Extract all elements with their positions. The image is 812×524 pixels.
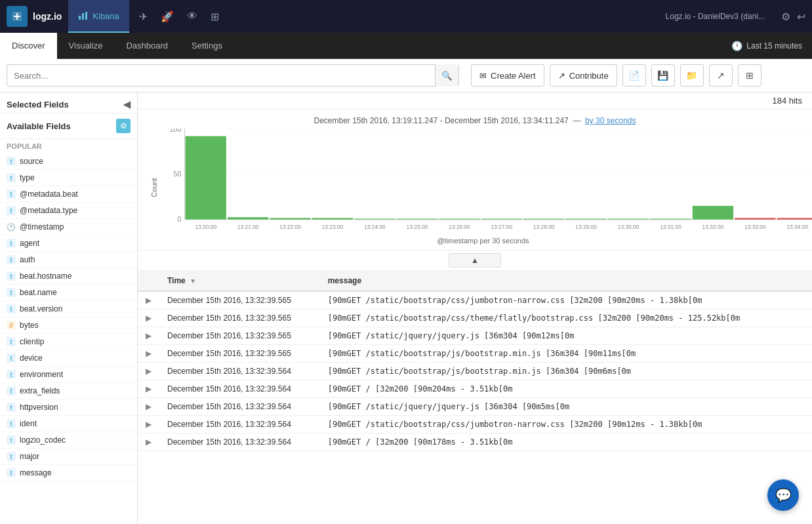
table-row: ▶ December 15th 2016, 13:32:39.564 [90mG… (138, 433, 812, 451)
expand-arrow[interactable]: ▶ (146, 331, 152, 340)
svg-text:13:33:00: 13:33:00 (744, 223, 766, 230)
chart-bar (354, 219, 395, 220)
field-type-t: t (7, 288, 16, 297)
collapse-btn-inner: ▲ (449, 253, 501, 268)
field-item[interactable]: tdevice (0, 350, 137, 367)
expand-arrow[interactable]: ▶ (146, 402, 152, 411)
collapse-chart-button[interactable]: ▲ (138, 251, 812, 271)
nav-settings[interactable]: Settings (180, 33, 234, 59)
grid-icon-button[interactable]: ⊞ (738, 64, 761, 87)
message-cell: [90mGET /static/bootstrap/js/bootstrap.m… (320, 345, 812, 363)
field-type-t: t (7, 452, 16, 461)
field-item[interactable]: 🕐@timestamp (0, 219, 137, 235)
field-item[interactable]: ttype (0, 170, 137, 186)
field-item[interactable]: tagent (0, 235, 137, 252)
chart-seconds-link[interactable]: by 30 seconds (585, 116, 636, 125)
layers-icon[interactable]: ⊞ (211, 10, 219, 23)
svg-text:13:21:00: 13:21:00 (237, 223, 259, 230)
expand-arrow[interactable]: ▶ (146, 437, 152, 447)
field-item[interactable]: tclientip (0, 334, 137, 350)
field-name: @metadata.beat (20, 190, 78, 199)
time-cell: December 15th 2016, 13:32:39.565 (159, 345, 320, 363)
field-type-t: t (7, 370, 16, 379)
logo-area[interactable]: logz.io (7, 6, 62, 27)
eye-icon[interactable]: 👁 (187, 10, 197, 22)
table-row: ▶ December 15th 2016, 13:32:39.564 [90mG… (138, 380, 812, 398)
contribute-label: Contribute (569, 71, 609, 81)
expand-cell: ▶ (138, 433, 159, 451)
time-cell: December 15th 2016, 13:32:39.565 (159, 327, 320, 345)
time-col-header[interactable]: Time ▼ (159, 271, 320, 291)
nav-dashboard[interactable]: Dashboard (114, 33, 180, 59)
create-alert-button[interactable]: ✉ Create Alert (471, 64, 544, 87)
field-item[interactable]: tident (0, 416, 137, 432)
nav-discover[interactable]: Discover (0, 33, 57, 59)
field-item[interactable]: tlogzio_codec (0, 432, 137, 449)
table-row: ▶ December 15th 2016, 13:32:39.564 [90mG… (138, 398, 812, 416)
field-item[interactable]: tmessage (0, 465, 137, 481)
expand-cell: ▶ (138, 345, 159, 363)
field-item[interactable]: t@metadata.type (0, 203, 137, 219)
hits-bar: 184 hits (138, 92, 812, 110)
table-area: Time ▼ message ▶ December 15th 2016, 13:… (138, 271, 812, 524)
table-row: ▶ December 15th 2016, 13:32:39.565 [90mG… (138, 345, 812, 363)
field-item[interactable]: tmajor (0, 449, 137, 465)
field-item[interactable]: #bytes (0, 317, 137, 334)
time-cell: December 15th 2016, 13:32:39.565 (159, 310, 320, 327)
search-button[interactable]: 🔍 (435, 64, 458, 87)
field-type-t: t (7, 419, 16, 428)
logout-icon[interactable]: ↩ (797, 10, 805, 23)
user-label: Logz.io - DanielDev3 (dani... (666, 12, 771, 21)
field-item[interactable]: tbeat.hostname (0, 268, 137, 285)
field-item[interactable]: textra_fields (0, 383, 137, 399)
sidebar: Selected Fields ◀ Available Fields ⚙ Pop… (0, 92, 138, 524)
send-icon[interactable]: ✈ (139, 10, 148, 23)
svg-text:13:23:00: 13:23:00 (322, 223, 344, 230)
data-table: Time ▼ message ▶ December 15th 2016, 13:… (138, 271, 812, 451)
contribute-button[interactable]: ↗ Contribute (550, 64, 617, 87)
field-item[interactable]: thttpversion (0, 399, 137, 416)
field-item[interactable]: tenvironment (0, 367, 137, 383)
chart-container: Count 0 50 100 13:20:0013:21:0013:22:001… (148, 129, 802, 247)
expand-arrow[interactable]: ▶ (146, 313, 152, 323)
svg-text:13:25:00: 13:25:00 (407, 223, 428, 230)
time-display[interactable]: 🕐 Last 15 minutes (731, 41, 812, 51)
chart-bar (523, 219, 564, 220)
expand-arrow[interactable]: ▶ (146, 420, 152, 429)
field-item[interactable]: tbeat.version (0, 301, 137, 317)
settings-icon[interactable]: ⚙ (781, 10, 790, 23)
save-icon-button[interactable]: 💾 (651, 64, 675, 87)
expand-arrow[interactable]: ▶ (146, 296, 152, 305)
share-icon-button[interactable]: 📄 (622, 64, 646, 87)
sort-icon: ▼ (190, 277, 196, 285)
time-cell: December 15th 2016, 13:32:39.564 (159, 433, 320, 451)
svg-text:13:31:00: 13:31:00 (660, 223, 681, 230)
available-fields-header: Available Fields ⚙ (0, 113, 137, 139)
field-item[interactable]: tbeat.name (0, 285, 137, 301)
open-icon-button[interactable]: 📁 (680, 64, 704, 87)
chart-bar (735, 218, 775, 219)
available-fields-label: Available Fields (7, 121, 71, 131)
nav-visualize[interactable]: Visualize (57, 33, 115, 59)
expand-arrow[interactable]: ▶ (146, 384, 152, 393)
search-input-wrap: 🔍 (7, 64, 459, 87)
field-item[interactable]: t@metadata.beat (0, 186, 137, 203)
field-item[interactable]: tsource (0, 153, 137, 170)
sidebar-collapse-arrow[interactable]: ◀ (123, 99, 131, 110)
expand-arrow[interactable]: ▶ (146, 349, 152, 358)
selected-fields-label: Selected Fields (7, 100, 69, 110)
kibana-tab[interactable]: Kibana (68, 0, 129, 33)
chat-bubble-button[interactable]: 💬 (767, 479, 799, 511)
svg-text:50: 50 (174, 169, 182, 177)
field-item[interactable]: tauth (0, 252, 137, 268)
svg-text:13:34:00: 13:34:00 (786, 223, 808, 230)
rocket-icon[interactable]: 🚀 (161, 10, 174, 23)
fields-settings-button[interactable]: ⚙ (116, 119, 131, 133)
expand-icon-button[interactable]: ↗ (709, 64, 733, 87)
message-cell: [90mGET / [32m200 [90m178ms - 3.51kb[0m (320, 433, 812, 451)
search-input[interactable] (7, 71, 435, 81)
field-type-t: t (7, 304, 16, 313)
time-cell: December 15th 2016, 13:32:39.564 (159, 416, 320, 433)
svg-text:13:30:00: 13:30:00 (618, 223, 639, 230)
expand-arrow[interactable]: ▶ (146, 367, 152, 376)
